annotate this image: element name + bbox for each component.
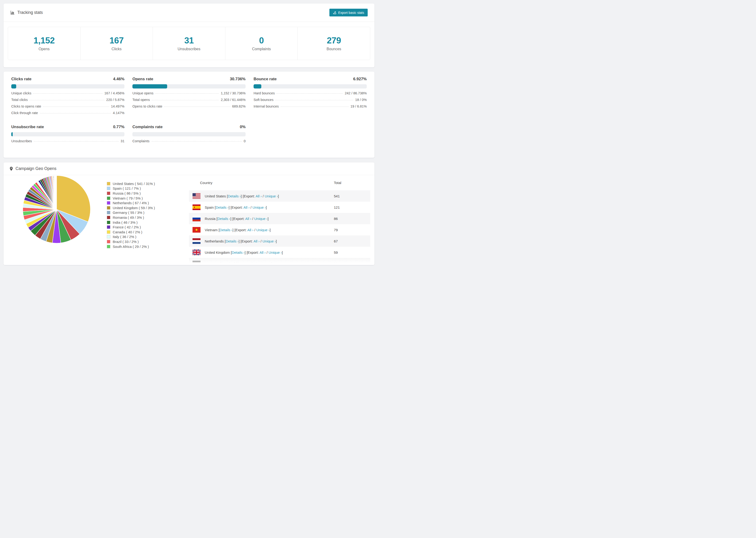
export-button-label: Export basic stats bbox=[338, 11, 364, 15]
rate-detail-row: Unique clicks 167 / 4.456% bbox=[11, 91, 125, 98]
export-unique-link[interactable]: Unique › bbox=[269, 250, 282, 254]
country-total: 86 bbox=[334, 217, 370, 221]
export-all-link[interactable]: All › bbox=[243, 205, 249, 209]
map-marker-icon bbox=[10, 167, 13, 171]
export-prefix: [Export: bbox=[243, 194, 256, 198]
stat-value: 279 bbox=[327, 36, 341, 45]
stat-box: 167 Clicks bbox=[81, 27, 153, 60]
legend-item: France ( 42 / 2% ) bbox=[107, 225, 189, 230]
country-total: 79 bbox=[334, 228, 370, 232]
export-unique-link[interactable]: Unique › bbox=[258, 262, 271, 265]
flag-ru-icon bbox=[192, 216, 200, 221]
legend-label: Netherlands ( 67 / 4% ) bbox=[113, 201, 149, 205]
legend-label: Russia ( 86 / 5% ) bbox=[113, 191, 141, 195]
rate-row-value: 0 bbox=[244, 139, 245, 143]
summary-stats-row: 1,152 Opens 167 Clicks 31 Unsubscribes 0… bbox=[8, 27, 370, 60]
legend-swatch bbox=[107, 216, 110, 219]
progress-bar bbox=[11, 132, 125, 136]
rate-row-value: 4.147% bbox=[113, 111, 125, 115]
rate-panel-value: 30.736% bbox=[230, 77, 245, 81]
legend-item: Vietnam ( 79 / 5% ) bbox=[107, 196, 189, 201]
export-all-link[interactable]: All › bbox=[249, 262, 255, 265]
separator: / bbox=[262, 194, 265, 198]
export-unique-link[interactable]: Unique › bbox=[252, 205, 266, 209]
legend-item: Brazil ( 33 / 2% ) bbox=[107, 239, 189, 244]
legend-label: United Kingdom ( 59 / 3% ) bbox=[113, 206, 155, 210]
country-cell: United States [Details ›] [Export: All ›… bbox=[205, 194, 279, 198]
export-all-link[interactable]: All › bbox=[253, 239, 260, 243]
legend-item: Canada ( 40 / 2% ) bbox=[107, 230, 189, 235]
export-prefix: [Export: bbox=[234, 228, 247, 232]
export-basic-stats-button[interactable]: Export basic stats bbox=[329, 9, 368, 17]
legend-swatch bbox=[107, 245, 110, 248]
export-unique-link[interactable]: Unique › bbox=[254, 217, 268, 221]
rate-row-value: 14.497% bbox=[111, 104, 125, 108]
stat-value: 0 bbox=[259, 36, 264, 45]
geo-table-header: Country Total bbox=[189, 175, 370, 190]
details-link[interactable]: Details › bbox=[226, 239, 239, 243]
country-name: United States bbox=[205, 194, 227, 198]
rate-row-label: Click through rate bbox=[11, 111, 38, 115]
rate-row-label: Complaints bbox=[133, 139, 149, 143]
dotted-leader bbox=[152, 100, 219, 100]
geo-table-row: Netherlands [Details ›] [Export: All › /… bbox=[189, 236, 370, 247]
export-unique-link[interactable]: Unique › bbox=[265, 194, 278, 198]
country-cell: United Kingdom [Details ›] [Export: All … bbox=[205, 250, 283, 254]
details-link[interactable]: Details › bbox=[228, 194, 241, 198]
stat-value: 1,152 bbox=[33, 36, 55, 45]
legend-label: United States ( 541 / 31% ) bbox=[113, 182, 155, 186]
dotted-leader bbox=[155, 93, 219, 94]
details-link[interactable]: Details › bbox=[217, 217, 230, 221]
legend-swatch bbox=[107, 191, 110, 195]
flag-es-icon bbox=[192, 204, 200, 210]
legend-item: Italy ( 36 / 2% ) bbox=[107, 235, 189, 240]
dotted-leader bbox=[277, 93, 343, 94]
legend-label: Brazil ( 33 / 2% ) bbox=[113, 240, 139, 243]
progress-bar-fill bbox=[11, 84, 16, 88]
flag-gb-icon bbox=[192, 249, 200, 255]
legend-swatch bbox=[107, 221, 110, 224]
export-prefix: [Export: bbox=[233, 217, 245, 221]
legend-label: Spain ( 121 / 7% ) bbox=[113, 187, 141, 190]
rate-row-value: 689.82% bbox=[232, 104, 245, 108]
geo-table-row: Spain [Details ›] [Export: All › / Uniqu… bbox=[189, 202, 370, 213]
rate-row-value: 242 / 86.738% bbox=[345, 91, 367, 95]
legend-item: Germany ( 55 / 3% ) bbox=[107, 210, 189, 215]
details-link[interactable]: Details › bbox=[216, 205, 229, 209]
details-link[interactable]: Details › bbox=[232, 250, 244, 254]
export-all-link[interactable]: All › bbox=[245, 217, 251, 221]
page-title: Tracking stats bbox=[17, 10, 43, 15]
export-all-link[interactable]: All › bbox=[256, 194, 262, 198]
legend-swatch bbox=[107, 211, 110, 214]
legend-item: United Kingdom ( 59 / 3% ) bbox=[107, 205, 189, 210]
country-cell: Netherlands [Details ›] [Export: All › /… bbox=[205, 239, 277, 243]
rate-panel-title: Complaints rate bbox=[133, 125, 162, 129]
export-all-link[interactable]: All › bbox=[259, 250, 266, 254]
dotted-leader bbox=[29, 100, 104, 100]
rate-detail-row: Hard bounces 242 / 86.738% bbox=[253, 91, 367, 98]
stat-value: 167 bbox=[109, 36, 124, 45]
rate-panel-title: Opens rate bbox=[133, 77, 153, 81]
country-total: 55 bbox=[334, 262, 370, 265]
separator: / bbox=[259, 239, 262, 243]
rate-panel-value: 6.927% bbox=[353, 77, 367, 81]
geo-title: Campaign Geo Opens bbox=[16, 166, 56, 171]
details-link[interactable]: Details › bbox=[220, 228, 233, 232]
export-unique-link[interactable]: Unique › bbox=[262, 239, 276, 243]
bracket: ] bbox=[278, 194, 279, 198]
rate-row-label: Internal bounces bbox=[253, 104, 279, 108]
rate-row-label: Opens to clicks rate bbox=[133, 104, 162, 108]
legend-swatch bbox=[107, 230, 110, 234]
rate-detail-row: Total clicks 220 / 5.87% bbox=[11, 98, 125, 104]
export-unique-link[interactable]: Unique › bbox=[256, 228, 270, 232]
rate-panel-value: 4.46% bbox=[113, 77, 125, 81]
export-all-link[interactable]: All › bbox=[247, 228, 253, 232]
geo-header: Campaign Geo Opens bbox=[4, 162, 374, 175]
rate-detail-row: Click through rate 4.147% bbox=[11, 111, 125, 118]
legend-swatch bbox=[107, 225, 110, 229]
legend-swatch bbox=[107, 206, 110, 210]
rate-detail-row: Soft bounces 18 / 0% bbox=[253, 98, 367, 104]
rate-panel-title: Unsubscribe rate bbox=[11, 125, 44, 129]
details-link[interactable]: Details › bbox=[221, 262, 234, 265]
geo-col-country: Country bbox=[200, 181, 212, 185]
